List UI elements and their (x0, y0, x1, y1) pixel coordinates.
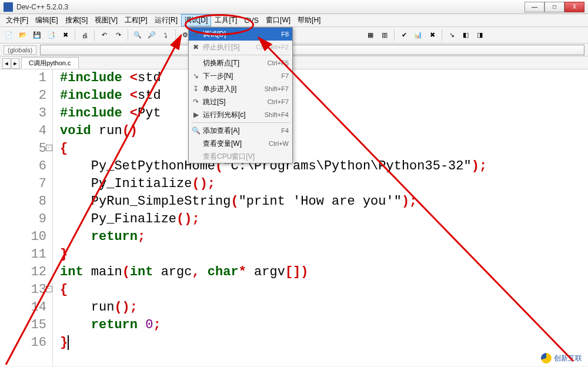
tab-next-icon[interactable]: ► (11, 58, 19, 69)
menu-item-label: 调试[D] (203, 29, 281, 39)
debug-menu-item-0[interactable]: ✓调试[D]F8 (189, 28, 292, 41)
maximize-button[interactable]: □ (544, 2, 564, 12)
toolbar-separator (175, 29, 176, 41)
menu-item-7[interactable]: 工具[T] (211, 14, 240, 26)
code-line-2[interactable]: #include <std (60, 87, 588, 105)
new-file-icon[interactable]: 📄 (2, 29, 15, 42)
code-line-10[interactable]: return; (60, 228, 588, 246)
menu-item-5[interactable]: 运行[R] (151, 14, 181, 26)
watermark-logo-icon (541, 353, 552, 363)
window-grid2-icon[interactable]: ▥ (378, 29, 391, 42)
debug-menu-item-6[interactable]: ↷跳过[S]Ctrl+F7 (189, 95, 292, 108)
menu-item-label: 跳过[S] (203, 97, 268, 107)
menu-item-label: 运行到光标[c] (203, 110, 265, 120)
menu-item-1[interactable]: 编辑[E] (32, 14, 62, 26)
code-line-9[interactable]: Py_Finalize(); (60, 211, 588, 228)
debug-menu-dropdown: ✓调试[D]F8✖停止执行[S]Ctrl+Alt+F2切换断点[T]Ctrl+F… (188, 27, 293, 164)
menu-item-shortcut: Ctrl+F7 (268, 98, 289, 105)
toolbar-separator (94, 29, 95, 41)
undo-icon[interactable]: ↶ (98, 29, 111, 42)
menu-item-2[interactable]: 搜索[S] (62, 14, 92, 26)
toolbar-separator (128, 29, 128, 41)
debug-menu-item-11: 查看CPU窗口[V] (189, 150, 292, 163)
toolbar: 📄 📂 💾 📑 ✖ 🖨 ↶ ↷ 🔍 🔎 ⤵ ⚙ ▶ ⏵ ♻ ✓ ✖ ▦ ▥ ✔ … (0, 27, 588, 44)
debug-menu-item-3[interactable]: 切换断点[T]Ctrl+F5 (189, 56, 292, 69)
save-all-icon[interactable]: 📑 (45, 29, 58, 42)
debug-menu-item-10[interactable]: 查看变量[W]Ctrl+W (189, 137, 292, 150)
code-line-14[interactable]: run(); (60, 299, 588, 316)
code-line-7[interactable]: Py_Initialize(); (60, 175, 588, 193)
code-line-11[interactable]: } (60, 246, 588, 263)
menu-item-icon: ↧ (189, 85, 203, 93)
menu-item-label: 添加查看[A] (203, 126, 281, 136)
code-line-5[interactable]: { (60, 140, 588, 158)
menu-bar: 文件[F]编辑[E]搜索[S]视图[V]工程[P]运行[R]调试[D]工具[T]… (0, 14, 588, 27)
code-line-16[interactable]: } (60, 334, 588, 352)
menu-item-0[interactable]: 文件[F] (2, 14, 32, 26)
debug-menu-item-5[interactable]: ↧单步进入[i]Shift+F7 (189, 82, 292, 95)
fold-icon[interactable]: - (46, 286, 52, 292)
watermark: 创新互联 (541, 353, 582, 363)
code-area[interactable]: #include <std#include <std#include <Pytv… (53, 69, 588, 366)
code-line-1[interactable]: #include <std (60, 69, 588, 87)
globals-combo[interactable] (40, 45, 584, 55)
close-button[interactable]: X (564, 2, 584, 12)
menu-item-icon: ✖ (189, 43, 203, 51)
debug-menu-item-9[interactable]: 🔍添加查看[A]F4 (189, 124, 292, 137)
menu-separator (191, 55, 290, 55)
code-line-15[interactable]: return 0; (60, 316, 588, 334)
app-icon (4, 2, 13, 12)
print-icon[interactable]: 🖨 (78, 29, 91, 42)
delete-icon[interactable]: ✖ (426, 29, 439, 42)
debug-menu-item-7[interactable]: ▶运行到光标[c]Shift+F4 (189, 108, 292, 121)
menu-item-label: 切换断点[T] (203, 58, 268, 68)
tab-prev-icon[interactable]: ◄ (2, 58, 11, 69)
menu-item-3[interactable]: 视图[V] (91, 14, 121, 26)
tab-file[interactable]: C调用python.c (21, 57, 79, 69)
close-file-icon[interactable]: ✖ (59, 29, 72, 42)
code-line-3[interactable]: #include <Pyt (60, 105, 588, 122)
menu-item-4[interactable]: 工程[P] (121, 14, 151, 26)
debug-menu-item-4[interactable]: ↘下一步[N]F7 (189, 69, 292, 82)
find-icon[interactable]: 🔍 (131, 29, 144, 42)
replace-icon[interactable]: 🔎 (145, 29, 158, 42)
tab-row: ◄ ► C调用python.c (0, 56, 588, 69)
code-line-13[interactable]: { (60, 281, 588, 299)
menu-item-icon: 🔍 (189, 126, 203, 135)
chart-icon[interactable]: 📊 (412, 29, 425, 42)
check-icon[interactable]: ✔ (397, 29, 410, 42)
open-icon[interactable]: 📂 (16, 29, 29, 42)
goto-icon[interactable]: ↘ (445, 29, 458, 42)
menu-item-icon: ↘ (189, 72, 203, 80)
bookmark-icon[interactable]: ◧ (459, 29, 472, 42)
menu-item-6[interactable]: 调试[D] (181, 14, 211, 26)
menu-item-icon: ✓ (189, 30, 203, 38)
redo-icon[interactable]: ↷ (112, 29, 125, 42)
menu-item-shortcut: Ctrl+W (269, 140, 289, 147)
menu-item-shortcut: F8 (281, 31, 289, 38)
window-title: Dev-C++ 5.2.0.3 (16, 3, 524, 11)
fold-icon[interactable]: - (46, 145, 52, 151)
line-gutter: 12345-678910111213-141516 (0, 69, 53, 366)
menu-item-shortcut: Ctrl+Alt+F2 (256, 44, 289, 51)
menu-item-shortcut: Ctrl+F5 (268, 59, 289, 66)
code-line-6[interactable]: Py_SetPythonHome("C:\Programs\Python\Pyt… (60, 158, 588, 175)
window-buttons: — □ X (524, 2, 584, 12)
menu-item-shortcut: F4 (281, 127, 289, 134)
minimize-button[interactable]: — (524, 2, 544, 12)
code-line-12[interactable]: int main(int argc, char* argv[]) (60, 263, 588, 281)
menu-item-9[interactable]: 窗口[W] (262, 14, 294, 26)
code-line-8[interactable]: PyRun_SimpleString("print 'How are you'"… (60, 193, 588, 211)
menu-item-label: 停止执行[S] (203, 42, 256, 52)
menu-item-shortcut: F7 (281, 72, 289, 79)
find-next-icon[interactable]: ⤵ (159, 29, 172, 42)
code-editor[interactable]: 12345-678910111213-141516 #include <std#… (0, 69, 588, 366)
menu-item-10[interactable]: 帮助[H] (294, 14, 324, 26)
menu-item-shortcut: Shift+F7 (265, 85, 289, 92)
menu-item-label: 单步进入[i] (203, 84, 265, 94)
window-grid-icon[interactable]: ▦ (364, 29, 377, 42)
menu-item-8[interactable]: CVS (240, 15, 262, 26)
bookmark2-icon[interactable]: ◨ (473, 29, 486, 42)
code-line-4[interactable]: void run() (60, 122, 588, 140)
save-icon[interactable]: 💾 (31, 29, 44, 42)
